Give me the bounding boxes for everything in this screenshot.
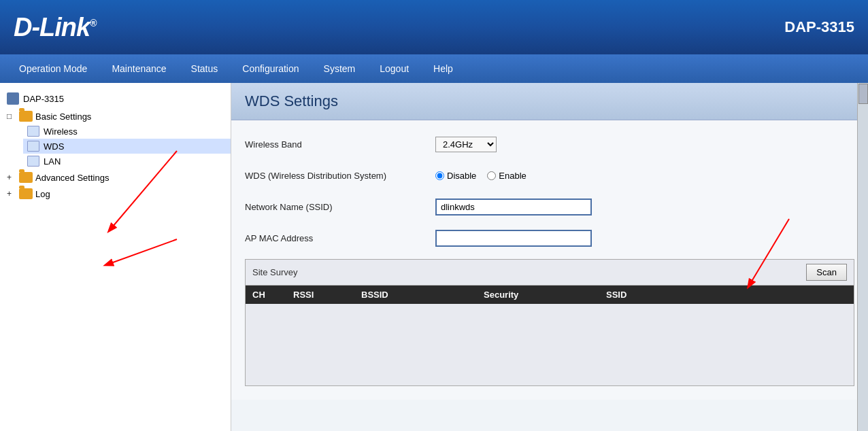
page-title: WDS Settings [245, 92, 854, 110]
wds-label: WDS [44, 141, 64, 152]
ap-mac-control [435, 230, 592, 247]
sidebar-item-wds[interactable]: WDS [23, 139, 231, 154]
sidebar-group-basic: □ Basic Settings Wireless WDS LAN [0, 109, 231, 169]
scrollbar-track[interactable] [857, 83, 868, 431]
ap-mac-label: AP MAC Address [245, 233, 435, 243]
col-security: Security [477, 290, 599, 300]
table-header: CH RSSI BSSID Security SSID [246, 286, 854, 304]
wds-disable-text: Disable [447, 171, 476, 181]
site-survey: Site Survey Scan CH RSSI BSSID Security … [245, 259, 854, 386]
page-icon-wireless [27, 126, 39, 137]
wireless-band-label: Wireless Band [245, 139, 435, 150]
col-ch: CH [246, 290, 286, 300]
header: D-Link® DAP-3315 [0, 0, 868, 54]
sidebar-group-advanced: + Advanced Settings [0, 170, 231, 185]
sidebar: DAP-3315 □ Basic Settings Wireless WDS [0, 83, 231, 431]
wds-radio-group: Disable Enable [435, 171, 527, 181]
network-name-input[interactable] [435, 199, 592, 216]
basic-settings-label: Basic Settings [35, 111, 91, 122]
site-survey-title: Site Survey [252, 267, 297, 277]
scan-button[interactable]: Scan [806, 264, 847, 281]
nav-configuration[interactable]: Configuration [230, 54, 311, 83]
wds-disable-radio[interactable] [435, 171, 444, 180]
nav-maintenance[interactable]: Maintenance [99, 54, 178, 83]
ap-mac-input[interactable] [435, 230, 592, 247]
wds-enable-label[interactable]: Enable [487, 171, 526, 181]
sidebar-group-log-header[interactable]: + Log [0, 186, 231, 201]
folder-icon-advanced [19, 172, 33, 183]
network-name-row: Network Name (SSID) [245, 196, 854, 217]
advanced-settings-label: Advanced Settings [35, 173, 109, 183]
ap-mac-row: AP MAC Address [245, 228, 854, 248]
content-header: WDS Settings [231, 83, 868, 120]
sidebar-item-lan[interactable]: LAN [23, 154, 231, 169]
nav-logout[interactable]: Logout [367, 54, 421, 83]
nav-status[interactable]: Status [179, 54, 231, 83]
wds-row: WDS (Wireless Distribution System) Disab… [245, 165, 854, 186]
wds-label-field: WDS (Wireless Distribution System) [245, 171, 435, 181]
nav-help[interactable]: Help [421, 54, 465, 83]
log-label: Log [35, 189, 50, 199]
folder-icon-basic [19, 111, 33, 122]
page-icon-wds [27, 141, 39, 152]
page-icon-lan [27, 156, 39, 167]
sidebar-root-label: DAP-3315 [23, 94, 64, 104]
wds-enable-radio[interactable] [487, 171, 496, 180]
sidebar-group-log: + Log [0, 186, 231, 201]
wireless-band-row: Wireless Band 2.4GHz 5GHz [245, 134, 854, 154]
navbar: Operation Mode Maintenance Status Config… [0, 54, 868, 83]
nav-system[interactable]: System [312, 54, 368, 83]
network-name-label: Network Name (SSID) [245, 202, 435, 212]
expand-icon: □ [7, 111, 16, 121]
col-ssid: SSID [599, 290, 854, 300]
wireless-band-select[interactable]: 2.4GHz 5GHz [435, 137, 497, 152]
expand-icon-log: + [7, 189, 16, 199]
expand-icon-advanced: + [7, 173, 16, 182]
wireless-band-control: 2.4GHz 5GHz [435, 137, 497, 152]
table-body [246, 304, 854, 385]
logo: D-Link® [14, 13, 97, 42]
wireless-label: Wireless [44, 126, 78, 137]
network-name-control [435, 199, 592, 216]
sidebar-item-wireless[interactable]: Wireless [23, 124, 231, 139]
svg-line-1 [105, 239, 177, 265]
lan-label: LAN [44, 156, 61, 167]
basic-settings-items: Wireless WDS LAN [0, 124, 231, 169]
col-bssid: BSSID [354, 290, 477, 300]
scrollbar-thumb[interactable] [858, 84, 868, 104]
device-icon [7, 92, 19, 105]
sidebar-root[interactable]: DAP-3315 [0, 90, 231, 107]
folder-icon-log [19, 188, 33, 199]
model-label: DAP-3315 [784, 18, 854, 36]
nav-operation-mode[interactable]: Operation Mode [7, 54, 99, 83]
wds-enable-text: Enable [499, 171, 526, 181]
main-layout: DAP-3315 □ Basic Settings Wireless WDS [0, 83, 868, 431]
sidebar-group-advanced-header[interactable]: + Advanced Settings [0, 170, 231, 185]
sidebar-group-basic-header[interactable]: □ Basic Settings [0, 109, 231, 124]
content-area: WDS Settings Wireless Band 2.4GHz 5GHz W… [231, 83, 868, 431]
wds-disable-label[interactable]: Disable [435, 171, 476, 181]
content-body: Wireless Band 2.4GHz 5GHz WDS (Wireless … [231, 120, 868, 400]
col-rssi: RSSI [286, 290, 354, 300]
